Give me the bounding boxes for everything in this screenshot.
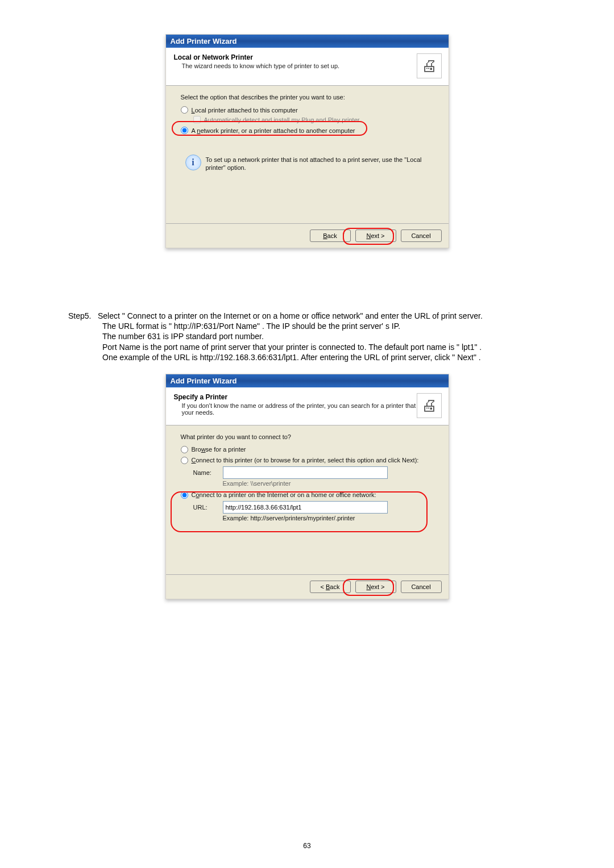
radio-connect-url-input[interactable] bbox=[181, 491, 188, 499]
dialog-titlebar: Add Printer Wizard bbox=[166, 374, 449, 387]
step5-line4: Port Name is the port name of print serv… bbox=[102, 342, 546, 352]
radio-connect-url[interactable]: Connect to a printer on the Internet or … bbox=[181, 491, 438, 499]
dialog-body: What printer do you want to connect to? … bbox=[166, 425, 449, 574]
radio-local-printer[interactable]: Local printer attached to this computer bbox=[181, 106, 438, 114]
dialog-header: Local or Network Printer The wizard need… bbox=[166, 48, 449, 86]
add-printer-wizard-dialog-2: Add Printer Wizard Specify a Printer If … bbox=[165, 374, 449, 599]
radio-browse-printer-input[interactable] bbox=[181, 446, 188, 453]
button-row: < Back Next > Cancel bbox=[166, 574, 449, 599]
back-button[interactable]: < Back bbox=[310, 581, 351, 593]
dialog-body: Select the option that describes the pri… bbox=[166, 86, 449, 223]
prompt-text: What printer do you want to connect to? bbox=[181, 433, 438, 440]
checkbox-auto-detect-label: Automatically detect and install my Plug… bbox=[204, 116, 360, 123]
step5-line2: The URL format is " http://IP:631/Port N… bbox=[102, 321, 546, 331]
step5-label: Step5. bbox=[68, 311, 98, 321]
name-example: Example: \\server\printer bbox=[223, 480, 438, 487]
next-button[interactable]: Next > bbox=[355, 581, 396, 593]
url-example: Example: http://server/printers/myprinte… bbox=[223, 515, 438, 521]
header-subheading: If you don't know the name or address of… bbox=[182, 402, 441, 416]
radio-local-printer-label: Local printer attached to this computer bbox=[192, 107, 298, 114]
button-row: Back Next > Cancel bbox=[166, 223, 449, 248]
url-input[interactable] bbox=[223, 501, 388, 514]
name-field-row: Name: bbox=[193, 466, 438, 479]
info-text: To set up a network printer that is not … bbox=[206, 156, 438, 172]
name-input bbox=[223, 466, 388, 479]
info-note: i To set up a network printer that is no… bbox=[185, 155, 438, 172]
url-label: URL: bbox=[193, 504, 218, 511]
step5-line5: One example of the URL is http://192.168… bbox=[102, 352, 546, 362]
radio-connect-name-label: Connect to this printer (or to browse fo… bbox=[192, 457, 419, 464]
radio-connect-name-input[interactable] bbox=[181, 457, 188, 464]
radio-browse-printer-label: Browse for a printer bbox=[192, 446, 246, 453]
step5-line3: The number 631 is IPP standard port numb… bbox=[102, 331, 546, 341]
radio-network-printer[interactable]: A network printer, or a printer attached… bbox=[181, 127, 438, 134]
next-button[interactable]: Next > bbox=[355, 229, 396, 242]
name-label: Name: bbox=[193, 469, 218, 476]
radio-network-printer-label: A network printer, or a printer attached… bbox=[192, 127, 355, 134]
radio-network-printer-input[interactable] bbox=[181, 127, 188, 134]
radio-browse-printer[interactable]: Browse for a printer bbox=[181, 446, 438, 453]
cancel-button[interactable]: Cancel bbox=[401, 229, 442, 242]
checkbox-auto-detect-input bbox=[193, 116, 201, 123]
radio-connect-name[interactable]: Connect to this printer (or to browse fo… bbox=[181, 457, 438, 464]
header-heading: Specify a Printer bbox=[174, 393, 441, 401]
cancel-button[interactable]: Cancel bbox=[401, 581, 442, 593]
header-heading: Local or Network Printer bbox=[174, 53, 441, 61]
back-button[interactable]: Back bbox=[310, 229, 351, 242]
step5-line1: Select " Connect to a printer on the Int… bbox=[98, 311, 546, 321]
dialog-header: Specify a Printer If you don't know the … bbox=[166, 387, 449, 425]
prompt-text: Select the option that describes the pri… bbox=[181, 94, 438, 101]
checkbox-auto-detect: Automatically detect and install my Plug… bbox=[193, 116, 438, 123]
info-icon: i bbox=[185, 155, 201, 170]
add-printer-wizard-dialog-1: Add Printer Wizard Local or Network Prin… bbox=[165, 34, 449, 248]
printer-icon: 🖨 bbox=[417, 393, 442, 418]
printer-icon: 🖨 bbox=[417, 53, 442, 78]
step5-instructions: Step5. Select " Connect to a printer on … bbox=[68, 311, 546, 362]
radio-local-printer-input[interactable] bbox=[181, 106, 188, 114]
page-number: 63 bbox=[0, 842, 614, 850]
url-field-row: URL: bbox=[193, 501, 438, 514]
radio-connect-url-label: Connect to a printer on the Internet or … bbox=[192, 491, 376, 498]
header-subheading: The wizard needs to know which type of p… bbox=[182, 62, 441, 69]
dialog-titlebar: Add Printer Wizard bbox=[166, 35, 449, 48]
